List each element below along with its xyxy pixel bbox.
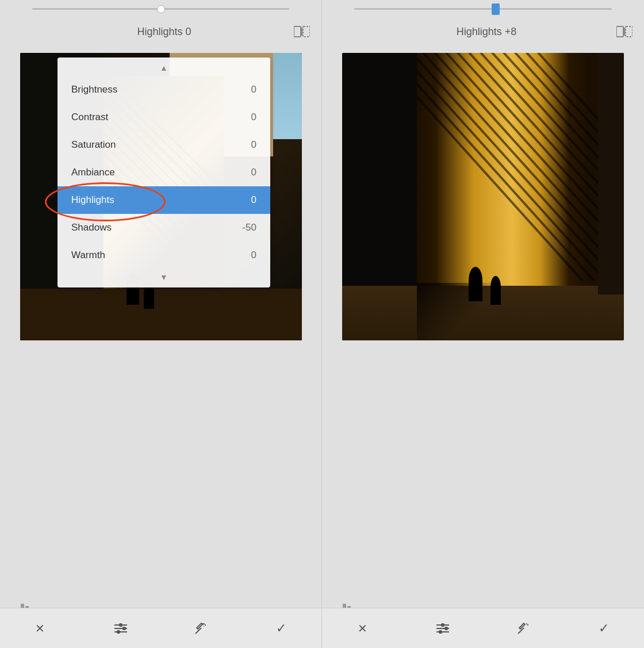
right-cancel-button[interactable]: ✕: [348, 614, 377, 643]
right-sliders-icon: [436, 624, 449, 632]
shadows-label: Shadows: [71, 222, 112, 233]
ambiance-value: 0: [251, 167, 256, 178]
right-compare-button[interactable]: [616, 25, 632, 38]
saturation-value: 0: [251, 139, 256, 151]
right-image-area: [334, 46, 632, 347]
cancel-icon: ✕: [35, 622, 45, 635]
right-wand-button[interactable]: [509, 614, 538, 643]
left-image-area: ▲ Brightness 0 Contrast 0 Saturation 0 A…: [12, 46, 310, 347]
left-slider-track[interactable]: [32, 8, 289, 10]
left-compare-button[interactable]: [294, 25, 310, 38]
right-sliders-button[interactable]: [428, 614, 457, 643]
left-check-button[interactable]: ✓: [267, 614, 296, 643]
menu-item-highlights[interactable]: Highlights 0: [57, 186, 270, 214]
left-cancel-button[interactable]: ✕: [26, 614, 55, 643]
left-slider-area[interactable]: [0, 0, 321, 17]
right-header: Highlights +8: [322, 17, 644, 46]
wand-icon: [194, 622, 208, 635]
brightness-value: 0: [251, 84, 256, 95]
check-icon: ✓: [276, 621, 286, 636]
right-header-title: Highlights +8: [457, 26, 517, 38]
ambiance-label: Ambiance: [71, 167, 115, 178]
menu-item-shadows[interactable]: Shadows -50: [57, 214, 270, 241]
brightness-label: Brightness: [71, 84, 117, 95]
warmth-value: 0: [251, 250, 256, 261]
left-bottom-toolbar: ✕: [0, 608, 321, 648]
menu-item-saturation[interactable]: Saturation 0: [57, 131, 270, 159]
left-slider-thumb[interactable]: [157, 5, 165, 13]
right-photo: [342, 53, 624, 340]
contrast-value: 0: [251, 112, 256, 123]
svg-rect-9: [626, 26, 632, 37]
menu-chevron-down[interactable]: ▼: [57, 269, 270, 287]
contrast-label: Contrast: [71, 112, 108, 123]
menu-item-warmth[interactable]: Warmth 0: [57, 241, 270, 269]
right-check-button[interactable]: ✓: [589, 614, 618, 643]
right-wand-icon: [516, 622, 530, 635]
sliders-icon: [114, 624, 127, 632]
menu-item-brightness[interactable]: Brightness 0: [57, 76, 270, 103]
svg-rect-2: [303, 26, 310, 37]
menu-chevron-up[interactable]: ▲: [57, 57, 270, 76]
right-bottom-toolbar: ✕ ✓: [322, 608, 644, 648]
shadows-value: -50: [242, 222, 256, 233]
highlights-value: 0: [251, 194, 256, 206]
left-panel: Highlights 0: [0, 0, 322, 648]
left-header-title: Highlights 0: [137, 26, 191, 38]
warmth-label: Warmth: [71, 250, 105, 261]
right-slider-track[interactable]: [354, 8, 612, 10]
right-check-icon: ✓: [599, 621, 609, 636]
adjustment-menu: ▲ Brightness 0 Contrast 0 Saturation 0 A…: [57, 57, 270, 287]
left-sliders-button[interactable]: [106, 614, 135, 643]
left-header: Highlights 0: [0, 17, 321, 46]
right-slider-thumb[interactable]: [492, 3, 500, 15]
right-panel: Highlights +8: [322, 0, 644, 648]
svg-rect-0: [294, 26, 301, 37]
right-slider-area[interactable]: [322, 0, 644, 17]
right-cancel-icon: ✕: [358, 622, 367, 635]
menu-item-ambiance[interactable]: Ambiance 0: [57, 159, 270, 186]
svg-rect-7: [616, 26, 623, 37]
left-wand-button[interactable]: [186, 614, 215, 643]
saturation-label: Saturation: [71, 139, 116, 151]
highlights-label: Highlights: [71, 194, 114, 206]
menu-item-contrast[interactable]: Contrast 0: [57, 103, 270, 131]
